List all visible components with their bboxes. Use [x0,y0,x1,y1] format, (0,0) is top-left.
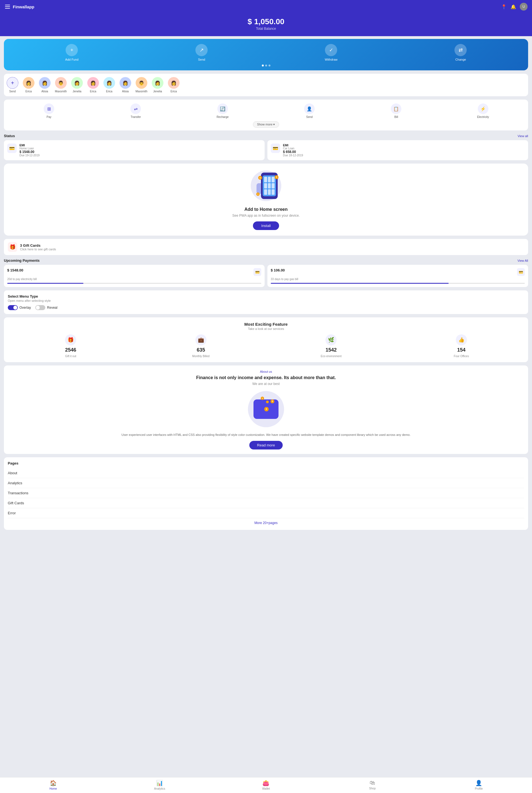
service-send[interactable]: 👤 Send [267,104,352,118]
service-pay[interactable]: ⊞ Pay [7,104,91,118]
more-pages-link[interactable]: More 20+pages [8,518,524,526]
eco-stat-icon: 🌿 [325,334,337,346]
quick-action-grid: + Add Fund ↗ Send ✓ Withdraw ⇄ Change [7,44,525,61]
contact-send-button[interactable]: + Send [5,77,19,93]
home-nav-icon: 🏠 [50,780,57,786]
status-car-info: EMI Car Loan $ 658.00 Due 18-12-2019 [283,144,525,157]
install-title: Add to Home screen [8,207,524,212]
nav-home[interactable]: 🏠 Home [0,780,107,790]
show-more-button[interactable]: Show more ▾ [253,121,279,128]
service-recharge[interactable]: 🔄 Recharge [180,104,265,118]
contact-erica-2[interactable]: 👩 Erica [86,77,100,93]
about-illustration: $ $ $ [244,390,288,429]
electricity-icon: ⚡ [478,104,488,114]
service-electricity[interactable]: ⚡ Electricity [441,104,525,118]
contact-name-max2: Maxsmith [136,90,148,93]
balance-section: $ 1,050.00 Total Balance [0,13,532,36]
action-withdraw[interactable]: ✓ Withdraw [325,44,338,61]
contact-maxsmith-1[interactable]: 👨 Maxsmith [54,77,68,93]
gift-card-row[interactable]: 🎁 3 Gift Cards Click here to see gift ca… [4,239,528,255]
user-avatar[interactable]: U [520,3,528,11]
toggle-reveal[interactable]: Reveal [35,305,57,310]
status-card-home-loan: 💳 EMI Home Loan $ 1548.00 Due 19-12-2019 [4,140,265,160]
upcoming-section: Upcoming Payments View All $ 1548.00 💳 2… [4,258,528,287]
upcoming-gas-progress-bar [271,283,525,284]
emi-home-icon: 💳 [7,144,17,153]
menu-type-title: Select Menu Type [8,294,524,298]
page-about[interactable]: About [8,468,524,478]
contact-jenelia-1[interactable]: 👩 Jenelia [70,77,84,93]
dot-3 [268,64,270,67]
contact-avatar-max1: 👨 [55,77,67,89]
billed-stat-icon: 💼 [195,334,207,346]
reveal-knob [36,306,40,310]
feature-section: Most Exciting Feature Take a look at our… [4,317,528,362]
nav-shop[interactable]: 🛍 Shop [319,780,425,790]
page-transactions[interactable]: Transactions [8,488,524,498]
balance-label: Total Balance [0,27,532,31]
about-description: User experienced user interfaces with HT… [8,432,524,437]
action-change[interactable]: ⇄ Change [454,44,467,61]
contact-avatar-jen2: 👩 [152,77,164,89]
pages-card: Pages About Analytics Transactions Gift … [4,457,528,530]
location-icon[interactable]: 📍 [501,4,507,10]
contact-name-alisia1: Alisia [41,90,48,93]
contact-maxsmith-2[interactable]: 👨 Maxsmith [135,77,148,93]
menu-type-sub: Open menu after selecting style [8,299,524,302]
install-button[interactable]: Install [253,221,279,230]
upcoming-cards-row: $ 1548.00 💳 20d to pay electricity bill … [4,265,528,287]
action-send[interactable]: ↗ Send [195,44,208,61]
contact-name-erica1: Erica [25,90,32,93]
bell-icon[interactable]: 🔔 [510,4,516,10]
contact-avatar-alisia2: 👩 [119,77,131,89]
read-more-button[interactable]: Read more [249,441,283,449]
stat-num-gift: 2546 [65,347,76,353]
contact-name-erica2: Erica [90,90,96,93]
offices-stat-icon: 👍 [456,334,467,346]
service-bill[interactable]: 📋 Bill [354,104,438,118]
page-analytics[interactable]: Analytics [8,478,524,488]
upcoming-elec-progress-bar [7,283,261,284]
pay-icon: ⊞ [44,104,54,114]
contact-erica-4[interactable]: 👩 Erica [167,77,180,93]
stat-offices: 👍 154 Four Offices [397,334,526,358]
action-add-fund[interactable]: + Add Fund [65,44,79,61]
contact-jenelia-2[interactable]: 👩 Jenelia [151,77,165,93]
service-transfer[interactable]: ⇌ Transfer [93,104,178,118]
contact-avatar-erica1: 👩 [23,77,35,89]
transfer-icon: ⇌ [130,104,141,114]
contact-name-jen1: Jenelia [73,90,81,93]
svg-rect-2 [5,8,10,8]
contact-avatar-erica4: 👩 [168,77,179,89]
reveal-toggle-switch[interactable] [35,305,45,310]
status-cards-row: 💳 EMI Home Loan $ 1548.00 Due 19-12-2019… [4,140,528,160]
contact-erica-1[interactable]: 👩 Erica [22,77,36,93]
wallet-nav-label: Wallet [262,787,270,790]
toggle-overlay[interactable]: Overlay [8,305,31,310]
overlay-toggle-switch[interactable] [8,305,18,310]
status-car-name: Car Loan [283,147,525,150]
contact-alisia-2[interactable]: 👩 Alisia [118,77,132,93]
nav-profile[interactable]: 👤 Profile [425,780,532,790]
reveal-label: Reveal [47,306,57,310]
contact-avatar-alisia1: 👩 [39,77,51,89]
contact-erica-3[interactable]: 👩 Erica [102,77,116,93]
status-home-info: EMI Home Loan $ 1548.00 Due 19-12-2019 [19,144,261,157]
gift-subtitle: Click here to see gift cards [20,247,56,251]
about-card: About us Finance is not only income and … [4,366,528,454]
nav-analytics[interactable]: 📊 Analytics [107,780,213,790]
top-nav: Finwallapp 📍 🔔 U [0,0,532,13]
upcoming-gas-header: $ 106.00 💳 [271,268,525,276]
upcoming-view-all[interactable]: View All [517,259,528,262]
page-error[interactable]: Error [8,508,524,518]
feature-title: Most Exciting Feature [7,322,525,327]
contact-alisia-1[interactable]: 👩 Alisia [38,77,52,93]
page-gift-cards[interactable]: Gift Cards [8,498,524,508]
menu-icon[interactable] [4,4,11,10]
upcoming-elec-header: $ 1548.00 💳 [7,268,261,276]
upcoming-elec-amount: $ 1548.00 [7,268,23,272]
withdraw-icon: ✓ [325,44,337,56]
upcoming-elec-icon: 💳 [253,268,261,276]
status-view-all[interactable]: View all [517,134,528,138]
nav-wallet[interactable]: 👛 Wallet [213,780,319,790]
